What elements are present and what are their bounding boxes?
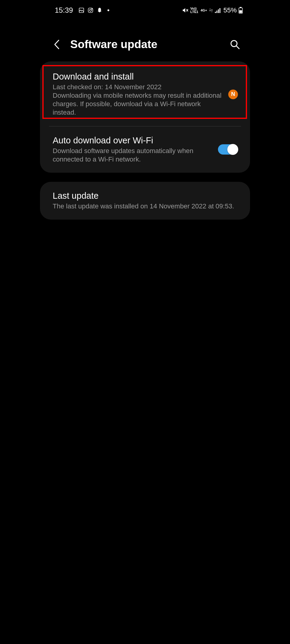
svg-rect-6 <box>218 9 219 13</box>
settings-card-updates: Download and install Last checked on: 14… <box>40 61 250 173</box>
mute-icon <box>182 7 189 14</box>
auto-download-desc: Download software updates automatically … <box>53 147 212 164</box>
back-button[interactable] <box>52 40 61 49</box>
settings-card-last-update: Last update The last update was installe… <box>40 182 250 220</box>
volte-icon: Vo)) LTE1 <box>190 7 198 14</box>
chevron-left-icon <box>53 39 60 50</box>
snapchat-icon <box>97 7 103 13</box>
battery-icon <box>239 7 243 14</box>
last-update-row[interactable]: Last update The last update was installe… <box>40 182 250 220</box>
download-install-title: Download and install <box>53 72 222 82</box>
svg-rect-9 <box>240 7 242 8</box>
status-bar: 15:39 Vo)) LTE1 4G+ 55% <box>38 0 252 17</box>
last-update-title: Last update <box>53 191 238 201</box>
svg-point-3 <box>92 9 92 9</box>
download-install-desc: Last checked on: 14 November 2022 Downlo… <box>53 83 222 117</box>
auto-download-toggle[interactable] <box>218 144 238 155</box>
instagram-icon <box>87 7 94 13</box>
notification-badge: N <box>228 90 238 99</box>
last-update-desc: The last update was installed on 14 Nove… <box>53 202 238 211</box>
auto-download-wifi-row[interactable]: Auto download over Wi-Fi Download softwa… <box>40 126 250 173</box>
download-and-install-row[interactable]: Download and install Last checked on: 14… <box>40 61 250 126</box>
battery-percent: 55% <box>223 6 237 14</box>
signal-icon <box>215 8 222 13</box>
search-icon <box>230 39 240 50</box>
page-title: Software update <box>70 38 220 51</box>
status-time: 15:39 <box>55 6 73 15</box>
gallery-icon <box>78 7 84 13</box>
svg-rect-4 <box>215 12 216 13</box>
auto-download-title: Auto download over Wi-Fi <box>53 136 212 145</box>
svg-rect-7 <box>219 8 220 13</box>
data-arrows-icon <box>209 8 213 13</box>
toggle-knob <box>227 144 238 155</box>
network-type-icon: 4G+ <box>201 9 207 12</box>
search-button[interactable] <box>229 38 241 51</box>
more-notifications-dot <box>107 9 109 11</box>
svg-rect-5 <box>216 11 217 13</box>
svg-rect-10 <box>239 10 242 13</box>
svg-point-2 <box>90 9 92 11</box>
